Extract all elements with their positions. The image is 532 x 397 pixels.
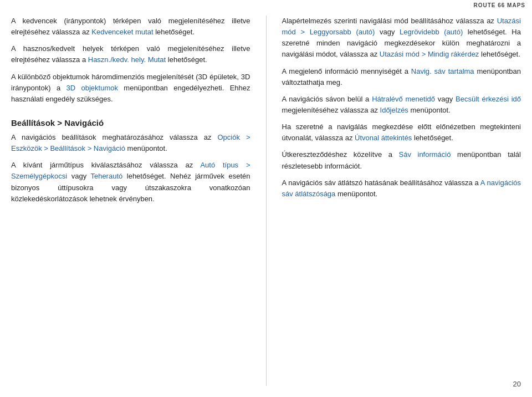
left-link-teheraut[interactable]: Teherautó [90,172,122,180]
right-link-utvonal[interactable]: Útvonal áttekintés [355,134,412,142]
right-para2: A megjelenő információ mennyiségét a Nav… [282,66,521,88]
right-link-sav[interactable]: Sáv információ [399,150,451,159]
right-link-utazasi2[interactable]: Utazási mód > Mindig rákérdez [380,50,479,58]
content-area: A kedvencek (iránypontok) térképen való … [0,0,532,397]
page-header: ROUTE 66 MAPS [473,2,525,8]
left-link-kedvenceket[interactable]: Kedvenceket mutat [91,28,153,36]
left-para2: A hasznos/kedvelt helyek térképen való m… [11,43,250,65]
right-link-navig[interactable]: Navig. sáv tartalma [411,67,474,75]
left-link-mutat[interactable]: Mutat [148,55,166,64]
right-para3: A navigációs sávon belül a Hátralévő men… [282,94,521,116]
left-link-3d[interactable]: 3D objektumok [66,84,118,92]
column-divider [266,16,267,386]
header-title: ROUTE 66 MAPS [473,2,525,8]
right-link-legrov[interactable]: Legrövidebb (autó) [400,28,463,36]
right-para4: Ha szeretné a navigálás megkezdése előtt… [282,121,521,144]
left-link-haszn[interactable]: Haszn./kedv. hely. [88,55,146,64]
right-link-hatralevo[interactable]: Hátralévő menetidő [372,95,435,103]
page-number: 20 [513,380,521,388]
left-column: A kedvencek (iránypontok) térképen való … [11,16,250,386]
right-para5: Útkereszteződéshez közelítve a Sáv infor… [282,149,521,171]
left-para4: A navigációs beállítások meghatározásáho… [11,132,250,154]
right-link-becsult[interactable]: Becsült érkezési idő [456,95,521,103]
left-para3: A különböző objektumok háromdimenziós me… [11,72,250,105]
right-para1: Alapértelmezés szerinti navigálási mód b… [282,16,521,60]
right-column: Alapértelmezés szerinti navigálási mód b… [282,16,521,386]
right-para6: A navigációs sáv átlátszó hatásának beál… [282,177,521,200]
left-para5: A kívánt járműtípus kiválasztásához vála… [11,160,250,205]
left-para1: A kedvencek (iránypontok) térképen való … [11,16,250,38]
section-heading: Beállítások > Navigáció [11,118,250,128]
right-link-idojelzes[interactable]: Időjelzés [380,106,408,114]
